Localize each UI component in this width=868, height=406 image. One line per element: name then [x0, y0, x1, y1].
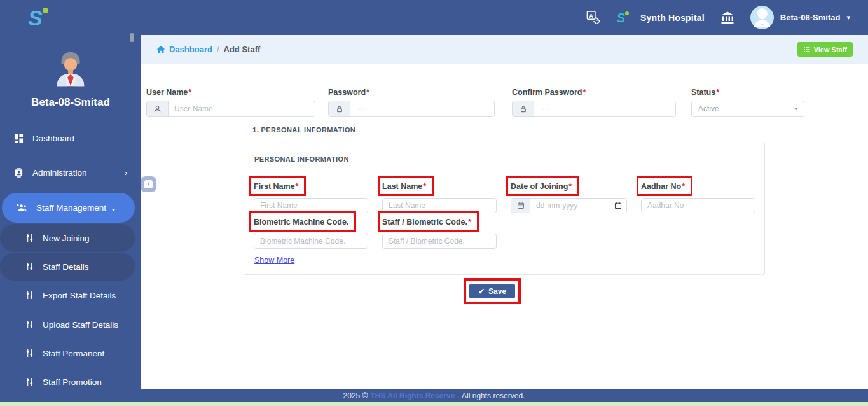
user-menu[interactable]: Beta-08-Smitad ▾: [750, 6, 850, 29]
aadhar-no-label: Aadhar No*: [641, 182, 685, 191]
form-top-divider: [149, 78, 860, 78]
confirm-password-input[interactable]: [534, 101, 675, 116]
brand-letter: S: [28, 6, 43, 30]
annotation-box-save: ✔ Save: [464, 278, 521, 304]
first-name-field: First Name*: [254, 180, 368, 213]
user-caret-down-icon: ▾: [846, 13, 850, 22]
user-name-input[interactable]: [169, 101, 315, 116]
institution-icon[interactable]: [720, 10, 735, 25]
breadcrumb-bar: Dashboard / Add Staff View Staff: [141, 35, 868, 64]
administration-icon: [14, 168, 24, 178]
hospital-name: Synth Hospital: [640, 13, 705, 23]
check-icon: ✔: [478, 287, 485, 296]
annotation-box-date-of-joining: Date of Joining*: [506, 176, 579, 196]
sidebar-item-label: Administration: [32, 168, 87, 178]
user-avatar: [750, 6, 774, 29]
breadcrumb: Dashboard / Add Staff: [156, 45, 260, 54]
date-of-joining-label: Date of Joining*: [511, 182, 572, 191]
staff-biometric-code-input[interactable]: [383, 237, 496, 246]
sidebar-item-export-staff-details[interactable]: Export Staff Details: [0, 286, 141, 304]
translate-icon[interactable]: A: [586, 10, 602, 25]
sliders-icon: [25, 291, 34, 300]
sidebar-item-label: Staff Promotion: [43, 377, 102, 387]
status-field: Status* Active ▾: [691, 88, 804, 117]
breadcrumb-dashboard-link[interactable]: Dashboard: [156, 45, 212, 54]
annotation-box-staff-biometric-code: Staff / Biometric Code.*: [378, 211, 479, 232]
sidebar-item-upload-staff-details[interactable]: Upload Staff Details: [0, 316, 141, 333]
sidebar-item-label: Upload Staff Details: [43, 320, 118, 330]
chevron-right-icon: ›: [125, 168, 127, 178]
password-label: Password*: [328, 88, 495, 97]
footer-year: 2025 ©: [343, 391, 368, 400]
annotation-box-aadhar-no: Aadhar No*: [637, 176, 692, 196]
user-name-field: User Name*: [146, 88, 315, 117]
password-field: Password*: [328, 88, 495, 117]
view-staff-button[interactable]: View Staff: [797, 42, 853, 57]
date-of-joining-input[interactable]: [530, 201, 610, 210]
aadhar-no-input[interactable]: [642, 201, 755, 210]
biometric-machine-code-input[interactable]: [254, 237, 368, 246]
sidebar-item-staff-management[interactable]: Staff Management ⌄: [2, 193, 135, 223]
sliders-icon: [25, 320, 34, 329]
lock-icon: [513, 101, 534, 116]
dashboard-icon: [14, 134, 24, 143]
status-label: Status*: [691, 88, 804, 97]
profile-name: Beta-08-Smitad: [0, 96, 141, 109]
sidebar-profile: Beta-08-Smitad: [0, 49, 141, 109]
biometric-machine-code-field: Biometric Machine Code.: [254, 216, 368, 249]
profile-avatar: [51, 49, 90, 91]
chevron-down-icon: ⌄: [110, 203, 117, 213]
sidebar-item-new-joining[interactable]: New Joining: [0, 224, 135, 252]
last-name-input[interactable]: [383, 201, 496, 210]
date-of-joining-field: Date of Joining*: [511, 180, 627, 213]
first-name-input[interactable]: [254, 201, 368, 210]
user-name-label: User Name*: [146, 88, 315, 97]
aadhar-no-field: Aadhar No*: [641, 180, 755, 213]
sidebar-item-staff-permanent[interactable]: Staff Permanent: [0, 344, 141, 362]
brand-dot: [43, 8, 48, 13]
sidebar-item-administration[interactable]: Administration ›: [0, 164, 141, 181]
breadcrumb-current: Add Staff: [224, 45, 261, 54]
last-name-field: Last Name*: [382, 180, 497, 213]
sidebar-scrollbar-thumb[interactable]: [130, 33, 134, 42]
step-title: 1. PERSONAL INFORMATION: [252, 126, 355, 134]
add-staff-form: User Name* Password*: [141, 64, 868, 361]
home-icon: [156, 45, 165, 53]
status-select[interactable]: Active ▾: [691, 101, 804, 117]
sliders-icon: [25, 234, 34, 242]
first-name-label: First Name*: [254, 182, 298, 191]
sidebar-item-staff-details[interactable]: Staff Details: [0, 253, 135, 281]
status-selected-value: Active: [698, 104, 719, 113]
calendar-icon: [511, 199, 530, 213]
sidebar-item-label: New Joining: [43, 234, 90, 243]
staff-biometric-code-field: Staff / Biometric Code.*: [382, 216, 497, 249]
hospital-logo-icon: S: [617, 11, 625, 24]
save-button[interactable]: ✔ Save: [469, 284, 515, 298]
main-area: Dashboard / Add Staff View Staff User Na…: [141, 35, 868, 389]
sidebar-item-label: Staff Permanent: [43, 349, 104, 358]
brand-logo[interactable]: S: [28, 7, 43, 29]
sidebar-collapse-button[interactable]: ‹: [141, 176, 156, 192]
hospital-logo-dot: [625, 11, 629, 15]
sliders-icon: [25, 349, 34, 358]
user-name: Beta-08-Smitad: [780, 13, 841, 22]
show-more-link[interactable]: Show More: [254, 256, 294, 265]
person-icon: [147, 101, 169, 116]
annotation-box-biometric-machine-code: Biometric Machine Code.: [249, 211, 356, 232]
topbar: S A S Synth Hospital: [0, 0, 868, 35]
sidebar-item-label: Staff Details: [43, 262, 89, 272]
sidebar-item-staff-promotion[interactable]: Staff Promotion: [0, 373, 141, 391]
date-picker-icon[interactable]: [610, 202, 626, 209]
sliders-icon: [25, 262, 34, 271]
list-icon: [803, 46, 811, 53]
collapse-icon: ‹: [144, 180, 153, 188]
annotation-box-first-name: First Name*: [249, 176, 306, 196]
footer-link[interactable]: THS All Rights Reserve .: [370, 391, 459, 400]
sidebar-item-label: Staff Management: [36, 203, 106, 213]
password-input[interactable]: [350, 101, 494, 116]
sidebar: Beta-08-Smitad Dashboard Administrat: [0, 35, 141, 389]
staff-biometric-code-label: Staff / Biometric Code.*: [382, 218, 471, 227]
sliders-icon: [25, 377, 34, 386]
sidebar-item-dashboard[interactable]: Dashboard: [0, 129, 141, 147]
footer: 2025 © THS All Rights Reserve . All righ…: [0, 389, 868, 402]
